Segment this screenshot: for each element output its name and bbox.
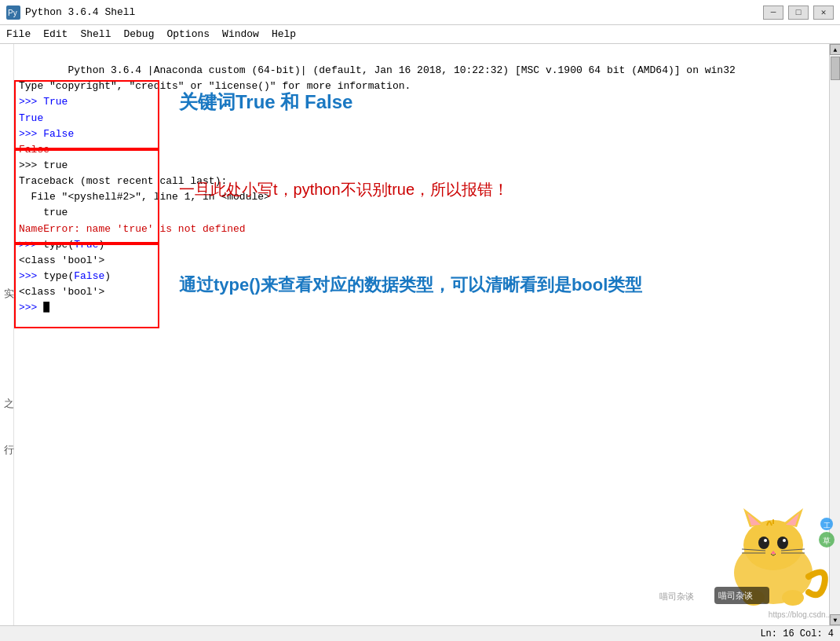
- annotation-error: 一旦此处小写t，python不识别true，所以报错！: [179, 179, 509, 200]
- type-false-arg: False: [74, 270, 104, 282]
- output-false: False: [19, 144, 49, 156]
- svg-text:草: 草: [823, 537, 831, 545]
- svg-point-9: [777, 537, 788, 549]
- status-bar: Ln: 16 Col: 4: [0, 625, 840, 641]
- name-error: NameError: name 'true' is not defined: [19, 223, 246, 235]
- menu-debug[interactable]: Debug: [123, 28, 154, 40]
- menu-bar: File Edit Shell Debug Options Window Hel…: [0, 25, 840, 44]
- svg-text:喵司杂谈: 喵司杂谈: [718, 591, 753, 600]
- menu-file[interactable]: File: [6, 28, 31, 40]
- type-close2: ): [104, 270, 111, 282]
- annotation-keyword: 关键词True 和 False: [179, 90, 352, 115]
- prompt4: >>>: [19, 239, 43, 251]
- mascot-image: 喵司杂谈 草 工: [707, 492, 840, 610]
- mascot-svg: 喵司杂谈 草 工: [710, 494, 836, 608]
- svg-point-11: [783, 539, 786, 542]
- svg-text:Py: Py: [8, 9, 17, 17]
- left-gutter: 实 之 行: [0, 44, 14, 625]
- svg-point-18: [782, 590, 804, 606]
- svg-point-3: [743, 520, 803, 570]
- blog-url: https://blog.csdn...: [769, 610, 832, 619]
- prompt5: >>>: [19, 270, 43, 282]
- menu-options[interactable]: Options: [166, 28, 210, 40]
- svg-point-10: [764, 539, 767, 542]
- watermark-brand: 喵司杂谈: [656, 590, 697, 603]
- svg-point-8: [758, 537, 769, 549]
- code-true: True: [43, 96, 68, 108]
- menu-help[interactable]: Help: [272, 28, 296, 40]
- class-bool2: <class 'bool'>: [19, 286, 104, 298]
- type-keyword: type(: [43, 239, 74, 251]
- title-bar-controls: ─ □ ✕: [763, 5, 834, 20]
- prompt2: >>>: [19, 128, 43, 140]
- class-bool1: <class 'bool'>: [19, 255, 104, 266]
- code-true-lower: true: [43, 159, 68, 171]
- prompt3: >>>: [19, 159, 43, 171]
- prompt1: >>>: [19, 96, 43, 108]
- minimize-button[interactable]: ─: [763, 5, 783, 20]
- python-icon: Py: [6, 5, 20, 20]
- menu-shell[interactable]: Shell: [80, 28, 111, 40]
- menu-edit[interactable]: Edit: [43, 28, 68, 40]
- title-bar-left: Py Python 3.6.4 Shell: [6, 5, 135, 20]
- restore-button[interactable]: □: [788, 5, 809, 20]
- svg-text:工: 工: [824, 522, 831, 529]
- close-button[interactable]: ✕: [813, 5, 834, 20]
- scroll-up-button[interactable]: ▲: [830, 44, 840, 55]
- type-keyword2: type(: [43, 270, 74, 282]
- type-close1: ): [98, 239, 104, 251]
- type-true-arg: True: [74, 239, 98, 251]
- prompt6: >>>: [19, 302, 43, 313]
- scroll-thumb[interactable]: [831, 57, 840, 80]
- output-true: True: [19, 112, 43, 124]
- annotation-type: 通过type()来查看对应的数据类型，可以清晰看到是bool类型: [179, 273, 642, 297]
- title-bar: Py Python 3.6.4 Shell ─ □ ✕: [0, 0, 840, 25]
- window-title: Python 3.6.4 Shell: [25, 6, 135, 18]
- status-text: Ln: 16 Col: 4: [760, 628, 834, 639]
- header-line1: Python 3.6.4 |Anaconda custom (64-bit)| …: [68, 64, 735, 76]
- code-false: False: [43, 128, 74, 140]
- cursor-block: █: [43, 302, 49, 313]
- menu-window[interactable]: Window: [222, 28, 259, 40]
